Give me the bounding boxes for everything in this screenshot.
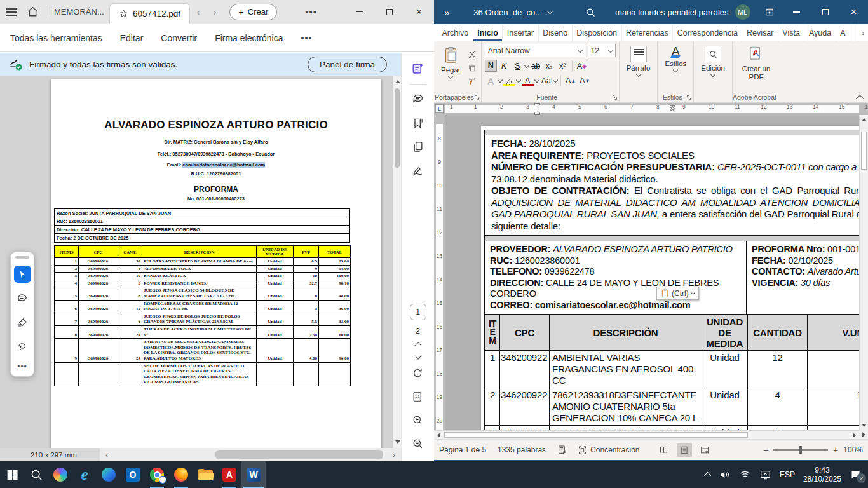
cut-button[interactable] [466,50,478,60]
ribbon-display-options-button[interactable] [764,7,775,17]
selected-email-text[interactable]: comisariatoescolar.ec@hotmail.com [182,162,265,168]
superscript-button[interactable]: x² [557,60,569,72]
scroll-corner[interactable] [859,430,868,439]
clock[interactable]: 9:43 28/10/2025 [803,466,841,484]
page-indicator[interactable]: Página 1 de 5 [439,445,486,454]
tab-6057412-pdf[interactable]: 6057412.pdf [109,3,190,24]
word-horizontal-scrollbar[interactable] [434,430,859,439]
select-tool-button[interactable] [14,266,31,283]
scrollbar-thumb[interactable] [861,132,867,170]
tab-vista[interactable]: Vista [778,24,805,41]
scroll-left-icon[interactable]: ‹ [100,451,114,459]
taskbar-chrome-button[interactable] [145,461,169,488]
taskbar-explorer-button[interactable] [193,461,217,488]
next-page-icon[interactable]: › [207,6,223,17]
tab-archivo[interactable]: Archivo [438,24,473,41]
zoom-out-button[interactable] [409,434,428,453]
maximize-button[interactable] [811,0,839,24]
strikethrough-button[interactable]: ab [530,60,542,72]
scroll-up-icon[interactable] [395,80,400,83]
create-button[interactable]: +Crear [229,4,277,20]
dialog-launcher-icon[interactable] [686,95,692,100]
tab-overflow-icon[interactable]: › [858,24,868,41]
avatar[interactable]: ML [735,4,750,20]
scrollbar-thumb[interactable] [395,88,400,168]
zoom-slider[interactable] [773,449,828,451]
italic-button[interactable]: K [498,60,510,72]
volume-icon[interactable] [719,469,731,480]
chevron-down-icon[interactable] [553,77,558,82]
paste-options-button[interactable]: (Ctrl) [656,287,699,300]
comment-tool-button[interactable] [14,290,31,307]
chevron-down-icon[interactable] [534,77,539,82]
taskbar-firefox-button[interactable] [169,461,193,488]
notification-center-button[interactable]: 2 [850,469,862,480]
copy-button[interactable] [466,63,478,73]
word-count[interactable]: 1335 palabras [498,445,546,454]
ai-assistant-button[interactable] [409,59,428,78]
zoom-slider-thumb[interactable] [799,446,802,454]
scroll-up-icon[interactable] [862,118,867,121]
tab-diseño[interactable]: Diseño [539,24,573,41]
dialog-launcher-icon[interactable] [474,95,480,100]
tab-memorandum[interactable]: MEMORÁN... [49,7,109,17]
font-size-select[interactable]: 12 [588,44,616,57]
clear-formatting-button[interactable]: A◆ [576,60,588,72]
tab-insertar[interactable]: Insertar [503,24,538,41]
chevron-down-icon[interactable] [524,62,529,67]
focus-mode-button[interactable]: Concentración [578,445,639,455]
quick-access-toolbar-icon[interactable]: » [444,7,449,18]
menu-item[interactable]: Todas las herramientas [10,33,102,43]
print-layout-button[interactable] [677,443,692,457]
comments-panel-button[interactable] [409,90,428,109]
vertical-ruler[interactable]: 891011121314151617181920 [434,115,445,430]
paste-button[interactable]: Pegar [437,44,465,92]
pages-panel-button[interactable] [409,137,428,156]
scroll-left-icon[interactable] [437,433,440,438]
fit-page-button[interactable]: 1:1 [409,387,428,406]
taskbar-acrobat-button[interactable]: A [217,461,241,488]
language-indicator[interactable]: ESP [780,470,795,479]
pdf-vertical-scrollbar[interactable] [393,76,401,448]
user-name[interactable]: maria lourdes peñafiel parrales [615,8,728,17]
document-title[interactable]: 36 Orden_de_co... [473,8,552,17]
next-page-number[interactable]: 2 [416,327,420,336]
subscript-button[interactable]: x₂ [543,60,555,72]
bookmarks-panel-button[interactable] [409,114,428,133]
signature-panel-button[interactable]: Panel de firma [308,57,387,72]
current-page-indicator[interactable]: 1 [410,304,426,320]
tab-disposición[interactable]: Disposición [573,24,622,41]
collapse-ribbon-icon[interactable] [856,95,864,103]
tab-a[interactable]: A [836,24,850,41]
grow-font-button[interactable]: A▲ [564,74,577,86]
zoom-out-icon[interactable]: − [763,445,768,455]
tab-correspondencia[interactable]: Correspondencia [673,24,742,41]
editing-button[interactable]: Edición [697,44,729,92]
pdf-horizontal-scrollbar[interactable] [114,448,387,461]
taskbar-start-button[interactable] [0,461,24,488]
paragraph-button[interactable]: Párrafo [623,44,654,92]
more-options-icon[interactable]: ••• [305,6,317,17]
menu-icon[interactable] [0,0,22,24]
chevron-down-icon[interactable] [497,77,502,82]
taskbar-edge-button[interactable] [97,461,121,488]
font-name-select[interactable]: Arial Narrow [485,44,585,57]
chevron-down-icon[interactable] [515,77,520,82]
highlight-color-button[interactable] [503,74,515,86]
rotate-page-button[interactable] [409,363,428,383]
taskbar-copilot-button[interactable] [48,461,72,488]
signatures-panel-button[interactable] [409,161,428,180]
table-column-marker[interactable] [670,105,675,111]
spellcheck-button[interactable] [557,445,567,455]
menubar-overflow-icon[interactable]: ••• [301,33,313,43]
maximize-button[interactable] [374,0,404,24]
wifi-icon[interactable] [739,469,751,480]
bold-button[interactable]: N [485,60,497,72]
minimize-button[interactable] [344,0,374,24]
prev-page-icon[interactable]: ‹ [190,6,207,17]
tab-referencias[interactable]: Referencias [622,24,674,41]
minimize-button[interactable] [782,0,811,24]
scroll-down-icon[interactable] [395,440,400,444]
web-layout-button[interactable] [697,443,712,457]
menu-item[interactable]: Convertir [161,33,197,43]
